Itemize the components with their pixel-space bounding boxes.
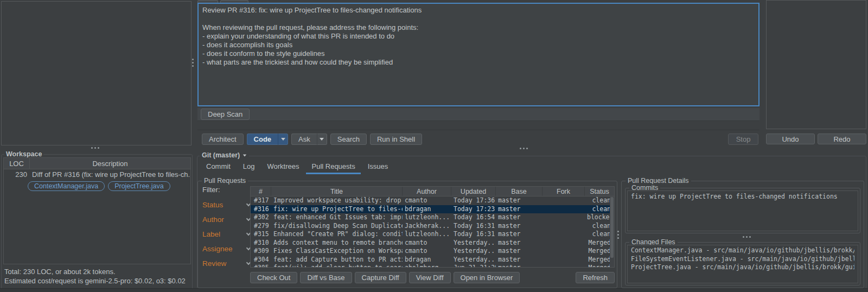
workspace-table-header: LOC Description	[4, 158, 190, 169]
git-panel-title[interactable]: Git (master)	[200, 151, 249, 159]
horizontal-splitter-handle[interactable]	[520, 148, 528, 149]
redo-button[interactable]: Redo	[818, 134, 866, 144]
pr-cell-base: master	[496, 247, 542, 256]
pr-cell-title: Fixes ClassCastException on WorkspacePan…	[271, 247, 403, 256]
ask-button[interactable]: Ask	[291, 134, 327, 145]
filter-status[interactable]: Status	[202, 201, 250, 209]
changed-file-item[interactable]: FileSystemEventListener.java - src/main/…	[631, 255, 854, 264]
pr-row[interactable]: #304feat: add Capture button to PR actio…	[251, 256, 614, 264]
pr-cell-updated: Today 17:36	[451, 196, 496, 205]
stop-button[interactable]: Stop	[728, 134, 758, 145]
pr-cell-: #316	[251, 205, 271, 214]
filter-label-label: Label	[202, 230, 220, 238]
collapse-triangle-icon	[243, 154, 246, 156]
pr-cell-fork	[542, 196, 585, 205]
column-header-title[interactable]: Title	[271, 187, 403, 196]
column-header-author[interactable]: Author	[403, 187, 451, 196]
ask-dropdown-arrow[interactable]	[317, 134, 327, 145]
pr-row[interactable]: #317Improved workspace usability: drop a…	[251, 196, 614, 205]
pr-cell-author: Jackherak...	[403, 222, 451, 231]
pr-row[interactable]: #315Enhanced "Create PR" dialog: conditi…	[251, 230, 614, 239]
vertical-splitter-handle[interactable]	[192, 59, 194, 67]
pr-cell-: #305	[251, 264, 271, 268]
vertical-scrollbar[interactable]	[610, 196, 614, 267]
tab-commit[interactable]: Commit	[201, 160, 236, 174]
undo-button[interactable]: Undo	[766, 134, 815, 144]
instructions-input[interactable]: Review PR #316: fix: wire up ProjectTree…	[197, 3, 760, 106]
column-header-base[interactable]: Base	[496, 187, 542, 196]
workspace-table: LOC Description 230Diff of PR #316 (fix:…	[3, 157, 191, 264]
architect-button[interactable]: Architect	[202, 134, 244, 145]
workspace-summary: Total: 230 LOC, or about 2k tokens. Esti…	[4, 267, 186, 285]
filter-label[interactable]: Label	[202, 230, 250, 238]
pr-cell-fork	[542, 205, 585, 214]
column-header-status[interactable]: Status	[585, 187, 614, 196]
pr-row[interactable]: #279fix/disallowing Deep Scan Duplicates…	[251, 222, 614, 231]
pr-cell-author: bdragan	[403, 256, 451, 264]
workspace-row-description: Diff of PR #316 (fix: wire up ProjectTre…	[30, 169, 190, 180]
code-dropdown-arrow[interactable]	[278, 134, 288, 145]
filter-review[interactable]: Review	[202, 259, 250, 268]
pr-cell-author: cmanto	[403, 239, 451, 247]
horizontal-splitter-handle[interactable]	[91, 147, 99, 149]
changed-file-item[interactable]: ProjectTree.java - src/main/java/io/gith…	[631, 263, 854, 272]
pr-cell-title: feat: add Capture button to PR actions	[271, 256, 403, 264]
changed-files-list[interactable]: ContextManager.java - src/main/java/io/g…	[627, 245, 858, 283]
pr-cell-title: feat: enhanced Git Issues tab: improved.…	[271, 213, 403, 222]
pr-cell-base: master	[496, 239, 542, 247]
pr-cell-fork	[542, 256, 585, 264]
deep-scan-button[interactable]: Deep Scan	[201, 109, 250, 120]
changed-file-item[interactable]: ContextManager.java - src/main/java/io/g…	[631, 246, 854, 255]
code-button[interactable]: Code	[247, 134, 289, 145]
pr-row[interactable]: #309Fixes ClassCastException on Workspac…	[251, 247, 614, 256]
diff-vs-base-button[interactable]: Diff vs Base	[300, 272, 352, 283]
pr-cell-author: cmanto	[403, 196, 451, 205]
horizontal-splitter-handle[interactable]	[743, 236, 751, 238]
pr-row[interactable]: #316fix: wire up ProjectTree to files-ch…	[251, 205, 614, 214]
tab-issues[interactable]: Issues	[362, 160, 394, 174]
pr-cell-: #279	[251, 222, 271, 231]
tab-pull-requests[interactable]: Pull Requests	[306, 160, 360, 174]
commits-list[interactable]: fix: wire up ProjectTree to files-change…	[627, 191, 858, 231]
deep-scan-toolbar: Deep Scan	[197, 108, 760, 121]
open-in-browser-button[interactable]: Open in Browser	[454, 272, 520, 283]
column-header-updated[interactable]: Updated	[451, 187, 496, 196]
vertical-splitter-handle[interactable]	[617, 231, 619, 239]
pr-row[interactable]: #302feat: enhanced Git Issues tab: impro…	[251, 213, 614, 222]
pr-cell-author: cmanto	[403, 247, 451, 256]
column-header-fork[interactable]: Fork	[542, 187, 585, 196]
pr-cell-fork	[542, 213, 585, 222]
tab-log[interactable]: Log	[238, 160, 260, 174]
workspace-title: Workspace	[4, 150, 43, 158]
view-diff-button[interactable]: View Diff	[409, 272, 451, 283]
git-title-label: Git (master)	[202, 151, 240, 159]
capture-diff-button[interactable]: Capture Diff	[355, 272, 406, 283]
refresh-button[interactable]: Refresh	[576, 272, 615, 283]
activity-output-area	[766, 0, 866, 129]
column-header-loc[interactable]: LOC	[4, 158, 30, 169]
pr-row[interactable]: #310Adds context menu to remote branches…	[251, 239, 614, 247]
file-chip[interactable]: ContextManager.java	[28, 181, 105, 191]
column-header-description[interactable]: Description	[30, 158, 190, 169]
chevron-down-icon	[281, 138, 285, 141]
filter-label: Filter:	[202, 186, 250, 194]
pr-cell-author: aholmberg	[403, 264, 451, 268]
code-button-label[interactable]: Code	[247, 134, 278, 145]
run-in-shell-button[interactable]: Run in Shell	[370, 134, 422, 145]
tab-worktrees[interactable]: Worktrees	[261, 160, 304, 174]
search-button[interactable]: Search	[330, 134, 367, 145]
commit-message[interactable]: fix: wire up ProjectTree to files-change…	[631, 193, 854, 201]
pr-row[interactable]: #305feat(ui): add clear button to search…	[251, 264, 614, 268]
check-out-button[interactable]: Check Out	[250, 272, 297, 283]
scrollbar-thumb[interactable]	[610, 197, 614, 258]
filter-author[interactable]: Author	[202, 215, 250, 224]
pr-cell-title: Improved workspace usability: drop all .…	[271, 196, 403, 205]
column-header-number[interactable]: #	[251, 187, 271, 196]
file-chip[interactable]: ProjectTree.java	[108, 181, 170, 191]
pr-action-buttons-row: Check OutDiff vs BaseCapture DiffView Di…	[250, 272, 615, 284]
workspace-row[interactable]: 230Diff of PR #316 (fix: wire up Project…	[4, 169, 190, 180]
pr-cell-updated: Yesterday...	[451, 256, 496, 264]
ask-button-label[interactable]: Ask	[291, 134, 317, 145]
filter-assignee[interactable]: Assignee	[202, 245, 250, 253]
pr-cell-title: fix: wire up ProjectTree to files-chang.…	[271, 205, 403, 214]
